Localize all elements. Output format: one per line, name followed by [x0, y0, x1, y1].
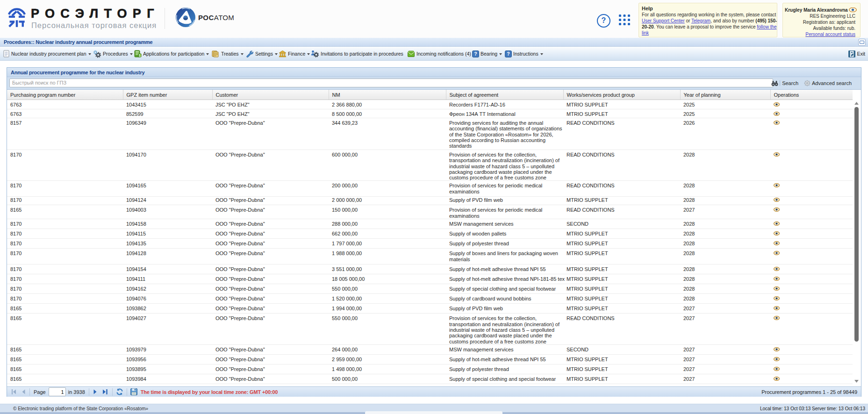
svg-text:?: ? [507, 51, 509, 57]
svg-text:1: 1 [139, 54, 141, 57]
svg-text:?: ? [474, 51, 477, 57]
